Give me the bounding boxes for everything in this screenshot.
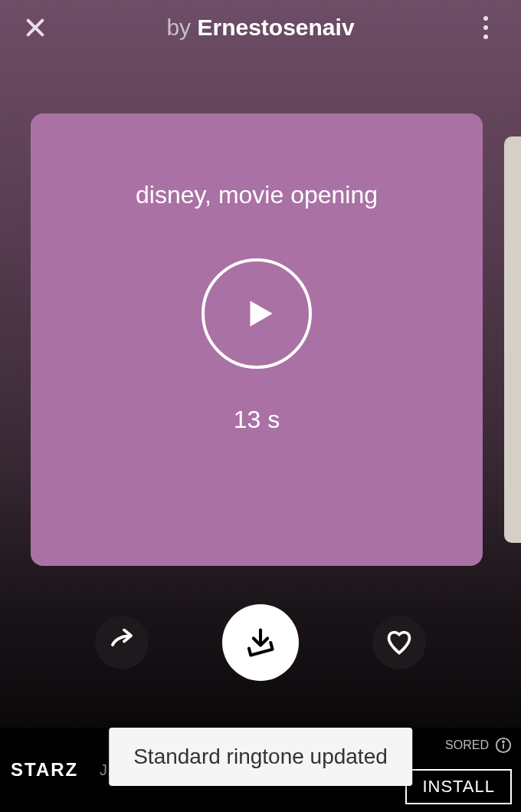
more-options-button[interactable]	[470, 12, 501, 43]
svg-point-2	[503, 741, 504, 743]
close-icon	[23, 15, 48, 40]
sponsored-badge[interactable]: SORED	[445, 737, 512, 754]
card-carousel[interactable]: disney, movie opening 13 s	[0, 55, 521, 566]
next-card-peek[interactable]	[504, 136, 521, 543]
page-title: by Ernestosenaiv	[51, 15, 470, 41]
share-arrow-icon	[108, 629, 136, 656]
ad-brand-logo: STARZ	[0, 759, 84, 781]
install-button[interactable]: INSTALL	[405, 769, 512, 804]
header: by Ernestosenaiv	[0, 0, 521, 55]
toast-notification: Standard ringtone updated	[109, 728, 412, 786]
action-bar	[0, 604, 521, 681]
favorite-button[interactable]	[372, 616, 426, 669]
download-set-icon	[244, 626, 277, 659]
close-button[interactable]	[20, 12, 51, 43]
play-button[interactable]	[202, 258, 312, 369]
heart-icon	[385, 629, 413, 656]
sound-card: disney, movie opening 13 s	[31, 113, 483, 566]
share-button[interactable]	[95, 616, 149, 669]
duration-label: 13 s	[234, 406, 280, 434]
by-prefix: by	[166, 15, 197, 40]
author-name[interactable]: Ernestosenaiv	[197, 15, 354, 40]
play-icon	[241, 294, 279, 333]
sound-title: disney, movie opening	[136, 181, 378, 209]
more-vertical-icon	[483, 16, 488, 39]
info-icon	[495, 737, 512, 754]
sponsored-label: SORED	[445, 738, 489, 752]
set-ringtone-button[interactable]	[222, 604, 299, 681]
